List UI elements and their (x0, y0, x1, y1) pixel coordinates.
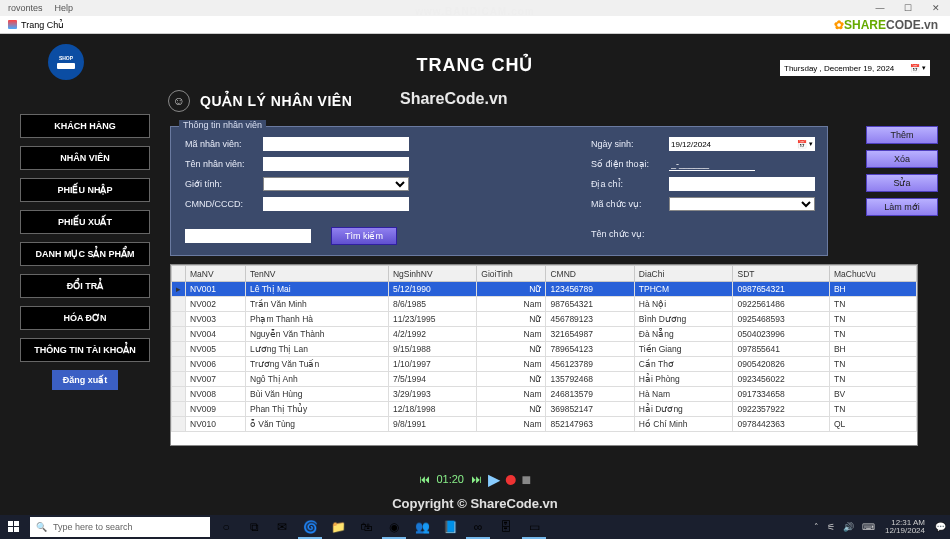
sidebar-item-phieunhap[interactable]: PHIẾU NHẬP (20, 178, 150, 202)
cell: 9/8/1991 (388, 417, 476, 432)
taskview-icon[interactable]: ⧉ (240, 515, 268, 539)
table-row[interactable]: NV008Bùi Văn Hùng3/29/1993Nam246813579Hà… (172, 387, 917, 402)
sidebar-item-khachhang[interactable]: KHÁCH HÀNG (20, 114, 150, 138)
shop-logo[interactable]: SHOP (48, 44, 84, 80)
logout-button[interactable]: Đăng xuất (52, 370, 118, 390)
explorer-icon[interactable]: 📁 (324, 515, 352, 539)
table-row[interactable]: NV003Phạm Thanh Hà11/23/1995Nữ456789123B… (172, 312, 917, 327)
tray-chevron-icon[interactable]: ˄ (810, 522, 823, 532)
delete-button[interactable]: Xóa (866, 150, 938, 168)
sidebar-item-danhmuc[interactable]: DANH MỤC SẢN PHẨM (20, 242, 150, 266)
section-header: ☺ QUẢN LÝ NHÂN VIÊN (168, 90, 352, 112)
tab-title: Trang Chủ (21, 20, 64, 30)
section-title: QUẢN LÝ NHÂN VIÊN (200, 93, 352, 109)
input-tennv[interactable] (263, 157, 409, 171)
input-ngaysinh[interactable]: 19/12/2024 📅 ▾ (669, 137, 815, 151)
input-cmnd[interactable] (263, 197, 409, 211)
teams-icon[interactable]: 👥 (408, 515, 436, 539)
sidebar-item-phieuxuat[interactable]: PHIẾU XUẤT (20, 210, 150, 234)
store-icon[interactable]: 🛍 (352, 515, 380, 539)
select-gioitinh[interactable] (263, 177, 409, 191)
tab-icon (8, 20, 17, 29)
col-header[interactable]: SDT (733, 266, 829, 282)
language-icon[interactable]: ⌨ (858, 522, 879, 532)
close-button[interactable]: ✕ (922, 0, 950, 16)
col-header[interactable]: NgSinhNV (388, 266, 476, 282)
search-icon: 🔍 (36, 522, 47, 532)
col-header[interactable]: TenNV (246, 266, 389, 282)
cell: 123456789 (546, 282, 634, 297)
add-button[interactable]: Thêm (866, 126, 938, 144)
input-search[interactable] (185, 229, 311, 243)
record-icon[interactable] (506, 475, 516, 485)
app-icon[interactable]: ▭ (520, 515, 548, 539)
cell: NV002 (186, 297, 246, 312)
maximize-button[interactable]: ☐ (894, 0, 922, 16)
sql-icon[interactable]: 🗄 (492, 515, 520, 539)
sidebar-item-taikhoan[interactable]: THÔNG TIN TÀI KHOẢN (20, 338, 150, 362)
col-header[interactable]: DiaChi (634, 266, 733, 282)
col-header[interactable]: MaChucVu (829, 266, 916, 282)
cell: 456789123 (546, 312, 634, 327)
top-date-picker[interactable]: Thursday , December 19, 2024 📅 ▾ (780, 60, 930, 76)
menu-item[interactable]: rovontes (8, 3, 43, 13)
table-row[interactable]: NV009Phan Thị Thủy12/18/1998Nữ369852147H… (172, 402, 917, 417)
table-row[interactable]: NV007Ngô Thị Anh7/5/1994Nữ135792468Hải P… (172, 372, 917, 387)
cell: TN (829, 327, 916, 342)
cortana-icon[interactable]: ○ (212, 515, 240, 539)
cell: Nữ (477, 402, 546, 417)
taskbar-search[interactable]: 🔍 Type here to search (30, 517, 210, 537)
table-row[interactable]: NV005Lương Thị Lan9/15/1988Nữ789654123Ti… (172, 342, 917, 357)
mail-icon[interactable]: ✉ (268, 515, 296, 539)
chevron-down-icon: ▾ (922, 64, 926, 72)
cell: 0987654321 (733, 282, 829, 297)
sidebar-item-hoadon[interactable]: HÓA ĐƠN (20, 306, 150, 330)
window-tab[interactable]: Trang Chủ (0, 20, 72, 30)
cell: 0917334658 (733, 387, 829, 402)
wifi-icon[interactable]: ⚟ (823, 522, 839, 532)
cell: TN (829, 402, 916, 417)
row-header (172, 297, 186, 312)
notifications-icon[interactable]: 💬 (931, 522, 950, 532)
cell: 0925468593 (733, 312, 829, 327)
play-icon[interactable]: ▶ (488, 470, 500, 489)
row-header (172, 357, 186, 372)
sidebar-item-doitra[interactable]: ĐỔI TRẢ (20, 274, 150, 298)
edge-icon[interactable]: 🌀 (296, 515, 324, 539)
label-sdt: Số điện thoại: (591, 159, 669, 169)
cell: Lê Thị Mai (246, 282, 389, 297)
cell: NV008 (186, 387, 246, 402)
start-button[interactable] (0, 515, 28, 539)
stop-icon[interactable]: ■ (522, 471, 532, 489)
table-row[interactable]: NV006Trương Văn Tuấn1/10/1997Nam45612378… (172, 357, 917, 372)
edit-button[interactable]: Sửa (866, 174, 938, 192)
col-header[interactable]: CMND (546, 266, 634, 282)
cell: 0922357922 (733, 402, 829, 417)
input-manv[interactable] (263, 137, 409, 151)
cell: Nam (477, 297, 546, 312)
cell: 4/2/1992 (388, 327, 476, 342)
table-row[interactable]: NV004Nguyễn Văn Thành4/2/1992Nam32165498… (172, 327, 917, 342)
taskbar-clock[interactable]: 12:31 AM 12/19/2024 (879, 519, 931, 535)
vs-icon[interactable]: ∞ (464, 515, 492, 539)
col-header[interactable]: MaNV (186, 266, 246, 282)
chrome-icon[interactable]: ◉ (380, 515, 408, 539)
cell: Nữ (477, 282, 546, 297)
table-row[interactable]: NV010ỗ Văn Tùng9/8/1991Nam852147963Hồ Ch… (172, 417, 917, 432)
select-machucvu[interactable] (669, 197, 815, 211)
cell: TN (829, 372, 916, 387)
minimize-button[interactable]: — (866, 0, 894, 16)
refresh-button[interactable]: Làm mới (866, 198, 938, 216)
search-button[interactable]: Tìm kiếm (331, 227, 397, 245)
word-icon[interactable]: 📘 (436, 515, 464, 539)
input-diachi[interactable] (669, 177, 815, 191)
col-header[interactable]: GioiTinh (477, 266, 546, 282)
input-sdt[interactable] (669, 157, 755, 171)
employee-table[interactable]: MaNVTenNVNgSinhNVGioiTinhCMNDDiaChiSDTMa… (170, 264, 918, 446)
menu-item[interactable]: Help (55, 3, 74, 13)
volume-icon[interactable]: 🔊 (839, 522, 858, 532)
table-row[interactable]: ▸NV001Lê Thị Mai5/12/1990Nữ123456789TPHC… (172, 282, 917, 297)
table-row[interactable]: NV002Trần Văn Minh8/6/1985Nam987654321Hà… (172, 297, 917, 312)
cell: TN (829, 357, 916, 372)
sidebar-item-nhanvien[interactable]: NHÂN VIÊN (20, 146, 150, 170)
